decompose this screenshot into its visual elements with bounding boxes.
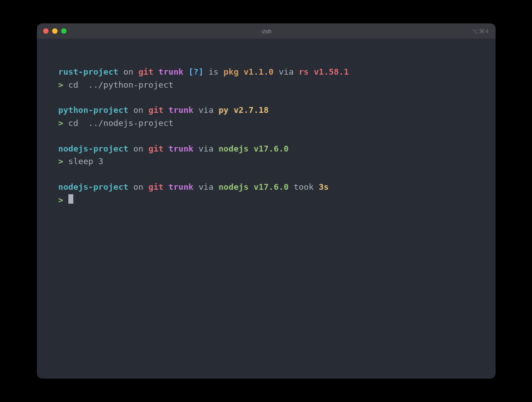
window-title: -zsh [260, 28, 272, 35]
prompt-block: python-project on git trunk via py v2.7.… [58, 104, 474, 130]
command-line[interactable]: > cd ../nodejs-project [58, 117, 474, 130]
prompt-segment [228, 105, 233, 115]
prompt-segment: nodejs [219, 182, 249, 192]
prompt-segment: pkg [224, 67, 238, 76]
prompt-segment [239, 67, 244, 76]
prompt-segment [308, 67, 313, 76]
prompt-block: rust-project on git trunk [?] is pkg v1.… [58, 66, 474, 91]
close-button[interactable] [43, 28, 49, 34]
terminal-body[interactable]: rust-project on git trunk [?] is pkg v1.… [37, 39, 496, 379]
prompt-segment: trunk [169, 144, 194, 153]
prompt-segment: on [118, 67, 139, 76]
prompt-segment [163, 105, 168, 115]
prompt-segment: git [148, 182, 163, 192]
prompt-symbol: > [58, 195, 63, 205]
titlebar: -zsh ⌥⌘4 [37, 23, 496, 39]
prompt-segment: v2.7.18 [233, 105, 268, 115]
prompt-segment: on [128, 105, 148, 115]
prompt-line: python-project on git trunk via py v2.7.… [58, 104, 474, 117]
cursor [68, 194, 73, 204]
prompt-segment: nodejs-project [58, 182, 129, 192]
prompt-segment: nodejs-project [58, 144, 129, 153]
prompt-symbol: > [58, 156, 63, 166]
prompt-segment [163, 144, 168, 153]
command-line[interactable]: > cd ../python-project [58, 79, 474, 92]
prompt-segment: py [219, 105, 228, 115]
prompt-segment: is [204, 67, 224, 76]
command-line[interactable]: > [58, 194, 474, 207]
prompt-segment: via [274, 67, 299, 76]
prompt-segment: rust-project [58, 67, 119, 76]
prompt-segment: v1.58.1 [314, 67, 349, 76]
terminal-window: -zsh ⌥⌘4 rust-project on git trunk [?] i… [37, 23, 496, 379]
prompt-segment: via [193, 144, 219, 153]
prompt-segment: on [128, 144, 148, 153]
command-line[interactable]: > sleep 3 [58, 155, 474, 168]
prompt-segment: took [289, 182, 319, 192]
prompt-segment: 3s [319, 182, 329, 192]
prompt-segment: nodejs [219, 144, 249, 153]
prompt-segment: git [139, 67, 153, 76]
prompt-segment: v1.1.0 [244, 67, 274, 76]
prompt-segment [249, 182, 254, 192]
prompt-segment: via [193, 105, 219, 115]
prompt-segment: git [148, 144, 163, 153]
prompt-segment: v17.6.0 [254, 182, 289, 192]
command-text: cd ../python-project [68, 80, 174, 89]
prompt-block: nodejs-project on git trunk via nodejs v… [58, 143, 474, 168]
command-text: sleep 3 [68, 156, 103, 166]
prompt-segment: [?] [183, 67, 204, 76]
prompt-line: rust-project on git trunk [?] is pkg v1.… [58, 66, 474, 79]
prompt-segment: v17.6.0 [254, 144, 289, 153]
prompt-line: nodejs-project on git trunk via nodejs v… [58, 181, 474, 194]
traffic-lights [43, 28, 67, 34]
prompt-segment [163, 182, 168, 192]
prompt-line: nodejs-project on git trunk via nodejs v… [58, 143, 474, 156]
command-text: cd ../nodejs-project [68, 118, 174, 128]
prompt-segment: rs [299, 67, 308, 76]
prompt-segment: git [148, 105, 163, 115]
prompt-segment: python-project [58, 105, 129, 115]
prompt-segment [249, 144, 254, 153]
prompt-segment: via [193, 182, 219, 192]
maximize-button[interactable] [61, 28, 67, 34]
prompt-segment: trunk [158, 67, 183, 76]
minimize-button[interactable] [52, 28, 58, 34]
prompt-symbol: > [58, 80, 63, 89]
prompt-segment: trunk [169, 182, 194, 192]
prompt-block: nodejs-project on git trunk via nodejs v… [58, 181, 474, 206]
prompt-symbol: > [58, 118, 63, 128]
window-shortcut-label: ⌥⌘4 [472, 28, 489, 35]
prompt-segment: on [128, 182, 148, 192]
prompt-segment: trunk [169, 105, 194, 115]
prompt-segment [153, 67, 158, 76]
